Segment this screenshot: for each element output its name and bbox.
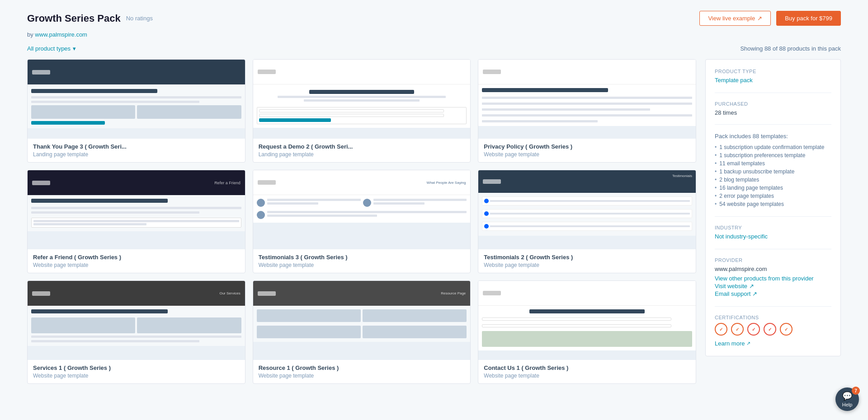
- no-ratings: No ratings: [126, 15, 153, 22]
- card-type: Website page template: [33, 262, 240, 268]
- card-info: Request a Demo 2 ( Growth Seri... Landin…: [253, 139, 471, 162]
- card-type: Website page template: [484, 262, 690, 268]
- email-support-link[interactable]: Email support ↗: [715, 290, 831, 297]
- sidebar-purchased-section: Purchased 28 times: [715, 101, 831, 125]
- card-name: Resource 1 ( Growth Series ): [259, 364, 465, 371]
- showing-text: Showing 88 of 88 products in this pack: [740, 45, 841, 52]
- pack-list-item: 1 backup unsubscribe template: [715, 168, 831, 176]
- pack-list-item: 16 landing page templates: [715, 184, 831, 192]
- pack-list-item: 1 subscription update confirmation templ…: [715, 143, 831, 151]
- chat-icon: 💬: [842, 391, 852, 401]
- pack-list-item: 1 subscription preferences template: [715, 151, 831, 159]
- cert-icon-5: ✓: [780, 323, 793, 336]
- card-name: Testimonials 3 ( Growth Series ): [259, 254, 465, 261]
- card-info: Contact Us 1 ( Growth Series ) Website p…: [478, 360, 696, 383]
- card-type: Website page template: [484, 373, 690, 379]
- card-info: Testimonials 3 ( Growth Series ) Website…: [253, 249, 471, 273]
- pack-list-item: 2 blog templates: [715, 176, 831, 184]
- card-thumbnail: [478, 281, 696, 360]
- card-thumbnail: [478, 60, 696, 139]
- buy-pack-button[interactable]: Buy pack for $799: [776, 11, 841, 26]
- card-thumbnail: What People Are Saying: [253, 170, 471, 249]
- sidebar-pack-includes-section: Pack includes 88 templates: 1 subscripti…: [715, 133, 831, 217]
- filter-row: All product types ▾ Showing 88 of 88 pro…: [27, 45, 841, 52]
- product-card[interactable]: What People Are Saying: [253, 170, 471, 273]
- sidebar: Product type Template pack Purchased 28 …: [705, 59, 841, 384]
- page-wrapper: Growth Series Pack No ratings View live …: [0, 0, 868, 420]
- product-type-label: Product type: [715, 69, 831, 74]
- filter-label: All product types: [27, 45, 71, 52]
- product-card[interactable]: Resource Page Resource 1 (: [253, 280, 471, 384]
- certifications-label: Certifications: [715, 315, 831, 320]
- learn-more-link[interactable]: Learn more ↗: [715, 340, 831, 347]
- product-card[interactable]: Thank You Page 3 ( Growth Seri... Landin…: [27, 59, 245, 163]
- products-grid: Thank You Page 3 ( Growth Seri... Landin…: [27, 59, 696, 384]
- pack-title: Growth Series Pack: [27, 13, 121, 24]
- pack-list-item: 11 email templates: [715, 159, 831, 168]
- card-info: Services 1 ( Growth Series ) Website pag…: [28, 360, 245, 383]
- visit-website-link[interactable]: Visit website ↗: [715, 283, 831, 289]
- industry-value[interactable]: Not industry-specific: [715, 233, 831, 240]
- external-link-icon: ↗: [746, 341, 750, 346]
- card-name: Services 1 ( Growth Series ): [33, 364, 240, 371]
- purchased-label: Purchased: [715, 101, 831, 107]
- chevron-down-icon: ▾: [73, 45, 76, 52]
- pack-list-item: 54 website page templates: [715, 200, 831, 208]
- sidebar-provider-section: Provider www.palmspire.com View other pr…: [715, 257, 831, 307]
- chat-badge: 7: [852, 387, 860, 395]
- card-info: Refer a Friend ( Growth Series ) Website…: [28, 249, 245, 273]
- product-card[interactable]: Privacy Policy ( Growth Series ) Website…: [478, 59, 696, 163]
- card-thumbnail: Resource Page: [253, 281, 471, 360]
- cert-icon-4: ✓: [764, 323, 776, 336]
- card-name: Request a Demo 2 ( Growth Seri...: [259, 143, 465, 150]
- card-info: Thank You Page 3 ( Growth Seri... Landin…: [28, 139, 245, 162]
- card-thumbnail: Testimonials: [478, 170, 696, 249]
- sidebar-industry-section: Industry Not industry-specific: [715, 225, 831, 249]
- card-name: Thank You Page 3 ( Growth Seri...: [33, 143, 240, 150]
- external-link-icon: ↗: [752, 290, 757, 297]
- product-card[interactable]: Testimonials: [478, 170, 696, 273]
- card-info: Resource 1 ( Growth Series ) Website pag…: [253, 360, 471, 383]
- card-type: Website page template: [259, 373, 465, 379]
- card-thumbnail: [28, 60, 245, 139]
- provider-name: www.palmspire.com: [715, 266, 831, 272]
- card-info: Privacy Policy ( Growth Series ) Website…: [478, 139, 696, 162]
- product-card[interactable]: Refer a Friend: [27, 170, 245, 273]
- product-card[interactable]: Our Services Services 1 ( Growth Series …: [27, 280, 245, 384]
- cert-icons: ✓ ✓ ✓ ✓ ✓: [715, 323, 831, 336]
- card-info: Testimonials 2 ( Growth Series ) Website…: [478, 249, 696, 273]
- cert-icon-2: ✓: [731, 323, 744, 336]
- provider-label: Provider: [715, 257, 831, 263]
- external-link-icon: ↗: [749, 283, 754, 289]
- card-thumbnail: Our Services: [28, 281, 245, 360]
- card-type: Website page template: [484, 151, 690, 158]
- filter-button[interactable]: All product types ▾: [27, 45, 76, 52]
- card-name: Privacy Policy ( Growth Series ): [484, 143, 690, 150]
- provider-link[interactable]: www.palmspire.com: [35, 31, 87, 38]
- chat-bubble[interactable]: 💬 Help 7: [835, 387, 859, 411]
- product-card[interactable]: Contact Us 1 ( Growth Series ) Website p…: [478, 280, 696, 384]
- card-name: Refer a Friend ( Growth Series ): [33, 254, 240, 261]
- card-name: Testimonials 2 ( Growth Series ): [484, 254, 690, 261]
- product-type-value[interactable]: Template pack: [715, 77, 831, 84]
- header-row: Growth Series Pack No ratings View live …: [27, 11, 841, 26]
- chat-label: Help: [842, 402, 853, 407]
- view-other-products-link[interactable]: View other products from this provider: [715, 275, 831, 282]
- pack-includes-label: Pack includes 88 templates:: [715, 133, 831, 140]
- main-content: Thank You Page 3 ( Growth Seri... Landin…: [27, 59, 841, 384]
- card-type: Landing page template: [33, 151, 240, 158]
- header-buttons: View live example ↗ Buy pack for $799: [699, 11, 841, 26]
- title-area: Growth Series Pack No ratings: [27, 13, 153, 24]
- card-thumbnail: Refer a Friend: [28, 170, 245, 249]
- sidebar-certifications-section: Certifications ✓ ✓ ✓ ✓ ✓ Learn more ↗: [715, 315, 831, 347]
- by-line: by www.palmspire.com: [27, 31, 841, 38]
- pack-list: 1 subscription update confirmation templ…: [715, 143, 831, 208]
- card-type: Website page template: [33, 373, 240, 379]
- sidebar-product-type-section: Product type Template pack: [715, 69, 831, 93]
- card-name: Contact Us 1 ( Growth Series ): [484, 364, 690, 371]
- cert-icon-1: ✓: [715, 323, 727, 336]
- view-live-button[interactable]: View live example ↗: [699, 11, 771, 26]
- external-link-icon: ↗: [757, 15, 762, 22]
- product-card[interactable]: Request a Demo 2 ( Growth Seri... Landin…: [253, 59, 471, 163]
- card-type: Website page template: [259, 262, 465, 268]
